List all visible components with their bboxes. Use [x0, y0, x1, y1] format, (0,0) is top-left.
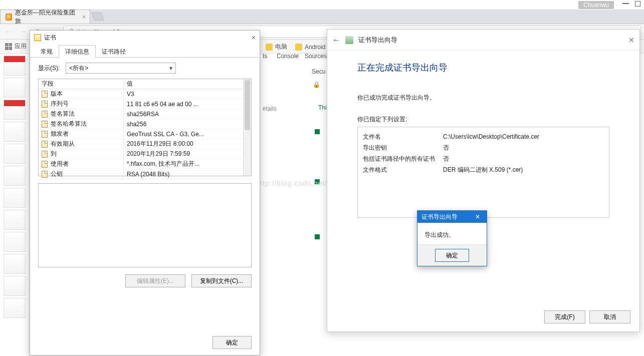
page-thumb[interactable] — [4, 210, 26, 230]
grid-row[interactable]: 签名算法sha256RSA — [39, 109, 251, 119]
field-sheet-icon — [42, 91, 48, 98]
grid-row[interactable]: 签名哈希算法sha256 — [39, 119, 251, 129]
certificate-dialog-titlebar[interactable]: 证书 × — [30, 31, 260, 45]
new-tab-button[interactable] — [91, 13, 104, 21]
os-user-chip[interactable]: Chuanwu — [578, 1, 614, 9]
close-icon[interactable]: ✕ — [473, 213, 483, 220]
os-maximize-icon[interactable] — [635, 1, 640, 7]
certificate-ok-button[interactable]: 确定 — [212, 336, 252, 349]
wizard-heading: 正在完成证书导出向导 — [357, 62, 609, 74]
field-sheet-icon — [42, 171, 48, 178]
wizard-settings-box[interactable]: 文件名C:\Users\lcw\Desktop\Certificate.cer导… — [357, 127, 609, 218]
field-value: RSA (2048 Bits) — [127, 171, 169, 178]
bookmark-computer-label: 电脑 — [275, 43, 287, 51]
messagebox-titlebar[interactable]: 证书导出向导 ✕ — [417, 211, 487, 223]
folder-icon — [295, 44, 302, 51]
field-sheet-icon — [42, 111, 48, 118]
grid-row[interactable]: 颁发者GeoTrust SSL CA - G3, Ge... — [39, 129, 251, 139]
field-name: 公钥 — [51, 170, 63, 178]
wizard-setting-row: 文件格式DER 编码二进制 X.509 (*.cer) — [363, 164, 604, 175]
setting-value: C:\Users\lcw\Desktop\Certificate.cer — [443, 133, 539, 140]
wizard-done-text: 你已成功完成证书导出向导。 — [357, 94, 609, 102]
col-value[interactable]: 值 — [124, 79, 251, 89]
page-thumb[interactable] — [4, 78, 26, 98]
nav-forward-icon[interactable]: → — [18, 27, 28, 37]
page-thumb[interactable] — [4, 122, 26, 142]
os-minimize-icon[interactable] — [622, 3, 629, 4]
grid-cell-value: 2016年11月29日 8:00:00 — [124, 139, 251, 149]
devtools-tab-sources[interactable]: Sources — [305, 53, 327, 60]
apps-shortcut[interactable]: 应用 — [5, 42, 27, 51]
page-thumb[interactable] — [4, 144, 26, 164]
nav-back-icon[interactable]: ← — [3, 27, 13, 37]
wizard-title: 证书导出向导 — [358, 36, 397, 45]
setting-key: 文件格式 — [363, 166, 443, 174]
folder-icon — [266, 44, 273, 51]
certificate-dialog-title: 证书 — [44, 34, 56, 42]
scrollbar-thumb[interactable] — [245, 80, 250, 130]
field-sheet-icon — [42, 161, 48, 168]
close-icon[interactable]: ✕ — [628, 36, 634, 44]
messagebox-ok-button[interactable]: 确定 — [435, 249, 469, 262]
page-thumb[interactable] — [4, 188, 26, 208]
field-sheet-icon — [42, 131, 48, 138]
wizard-finish-button[interactable]: 完成(F) — [544, 310, 585, 323]
tab-cert-path[interactable]: 证书路径 — [95, 45, 132, 58]
wizard-back-icon[interactable]: ← — [332, 36, 340, 45]
wizard-setting-row: 包括证书路径中的所有证书否 — [363, 153, 604, 164]
field-detail-box[interactable] — [38, 183, 252, 267]
copy-to-file-button[interactable]: 复制到文件(C)... — [191, 274, 252, 287]
grid-row[interactable]: 公钥RSA (2048 Bits) — [39, 169, 251, 179]
grid-cell-value: sha256 — [124, 119, 251, 129]
devtools-view-details[interactable]: etails — [263, 105, 277, 112]
bookmark-android[interactable]: Android — [295, 43, 325, 51]
tab-details[interactable]: 详细信息 — [59, 45, 96, 58]
page-thumb[interactable] — [4, 166, 26, 186]
certificate-body: 显示(S): <所有> 字段 值 版本V3序列号11 81 c6 e5 04 a… — [30, 58, 260, 292]
grid-row[interactable]: 序列号11 81 c6 e5 04 ae ad 00 ... — [39, 99, 251, 109]
grid-row[interactable]: 有效期从2016年11月29日 8:00:00 — [39, 139, 251, 149]
grid-scrollbar[interactable] — [243, 79, 251, 176]
grid-cell-value: 2020年1月29日 7:59:59 — [124, 149, 251, 159]
page-thumb[interactable] — [4, 276, 26, 296]
certificate-field-grid[interactable]: 字段 值 版本V3序列号11 81 c6 e5 04 ae ad 00 ...签… — [38, 79, 252, 176]
grid-cell-value: 11 81 c6 e5 04 ae ad 00 ... — [124, 99, 251, 109]
grid-row[interactable]: 到2020年1月29日 7:59:59 — [39, 149, 251, 159]
security-marker-icon — [315, 129, 320, 134]
grid-cell-value: RSA (2048 Bits) — [124, 169, 251, 179]
page-thumb[interactable] — [4, 232, 26, 252]
security-marker-icon — [315, 234, 320, 239]
export-wizard-header[interactable]: ← 证书导出向导 ✕ — [327, 30, 639, 51]
devtools-tab-elements[interactable]: ts — [263, 53, 267, 60]
grid-cell-field: 有效期从 — [39, 139, 124, 149]
export-wizard-dialog: ← 证书导出向导 ✕ 正在完成证书导出向导 你已成功完成证书导出向导。 你已指定… — [327, 29, 640, 332]
page-thumb[interactable] — [4, 56, 26, 76]
page-thumb[interactable] — [4, 254, 26, 274]
messagebox-title: 证书导出向导 — [421, 213, 458, 221]
grid-cell-field: 版本 — [39, 89, 124, 99]
wizard-cancel-button[interactable]: 取消 — [589, 310, 630, 323]
close-icon[interactable]: × — [252, 34, 256, 42]
field-value: sha256 — [127, 121, 146, 128]
page-preview-strip — [0, 54, 29, 356]
grid-row[interactable]: 使用者*.hfax.com, 技术与产品开... — [39, 159, 251, 169]
field-sheet-icon — [42, 141, 48, 148]
grid-cell-field: 颁发者 — [39, 129, 124, 139]
tab-close-icon[interactable]: × — [82, 14, 86, 21]
page-thumb[interactable] — [4, 298, 26, 318]
field-sheet-icon — [42, 101, 48, 108]
grid-cell-value: *.hfax.com, 技术与产品开... — [124, 159, 251, 169]
tab-favicon-icon: 惠 — [6, 14, 12, 21]
certificate-dialog: 证书 × 常规 详细信息 证书路径 显示(S): <所有> 字段 值 版本V3序… — [30, 30, 260, 355]
bookmark-computer[interactable]: 电脑 — [266, 43, 287, 51]
page-thumb[interactable] — [4, 100, 26, 120]
devtools-tab-console[interactable]: Console — [277, 53, 299, 60]
col-field[interactable]: 字段 — [39, 79, 124, 89]
tab-general[interactable]: 常规 — [34, 45, 59, 58]
show-filter-combobox[interactable]: <所有> — [66, 63, 176, 74]
messagebox-text: 导出成功。 — [417, 223, 487, 244]
grid-cell-field: 签名算法 — [39, 109, 124, 119]
browser-tab[interactable]: 惠 惠金所—阳光保险集团旗 × — [0, 10, 90, 24]
field-name: 使用者 — [51, 160, 69, 168]
grid-row[interactable]: 版本V3 — [39, 89, 251, 99]
